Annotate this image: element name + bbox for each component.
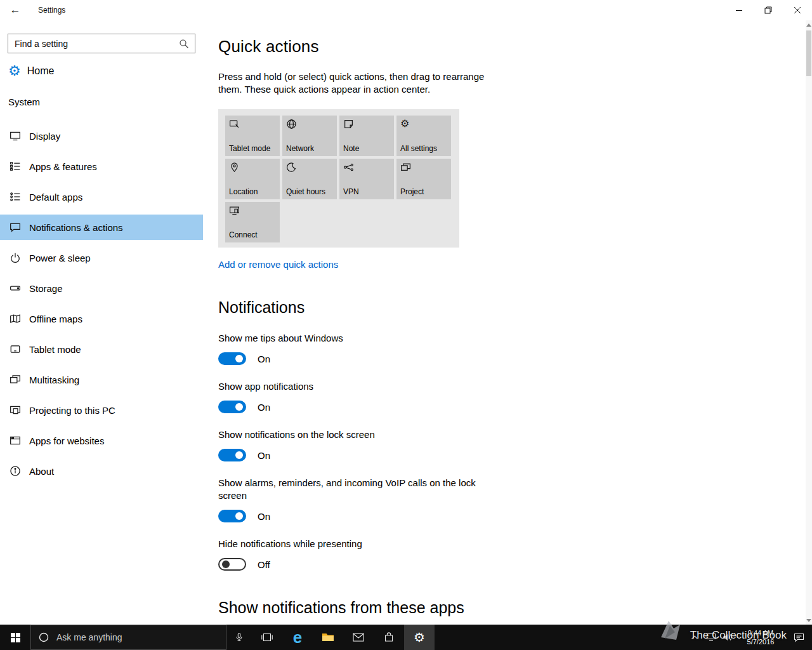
sidebar-item-tablet-mode[interactable]: Tablet mode: [0, 336, 203, 362]
sidebar-section-label: System: [0, 96, 203, 110]
cortana-search-box[interactable]: [30, 625, 226, 650]
store-icon: [384, 632, 394, 642]
scrollbar[interactable]: [806, 20, 812, 625]
home-label: Home: [27, 65, 55, 77]
sidebar-item-storage[interactable]: Storage: [0, 275, 203, 301]
home-gear-icon: ⚙: [8, 64, 21, 78]
sidebar-item-home[interactable]: ⚙ Home: [0, 58, 203, 84]
sidebar-item-apps-features[interactable]: Apps & features: [0, 154, 203, 179]
settings-taskbar-button[interactable]: ⚙: [404, 625, 435, 650]
scrollbar-up-arrow[interactable]: [806, 20, 812, 29]
toggle-app-notifications[interactable]: [218, 401, 246, 413]
default-apps-icon: [9, 190, 22, 203]
quick-action-tablet-mode[interactable]: Tablet mode: [225, 116, 280, 156]
projecting-icon: [9, 404, 22, 416]
toggle-hide-presenting-state: Off: [258, 559, 270, 570]
settings-content: Quick actions Press and hold (or select)…: [203, 20, 812, 625]
note-icon: [343, 119, 390, 130]
toggle-alarms-voip[interactable]: [218, 510, 246, 522]
back-button[interactable]: ←: [0, 0, 30, 20]
action-center-button[interactable]: [785, 625, 812, 650]
connect-icon: [229, 205, 276, 216]
setting-hide-presenting: Hide notifications while presenting Off: [218, 538, 787, 571]
sidebar-item-power-sleep[interactable]: Power & sleep: [0, 245, 203, 270]
toggle-hide-presenting[interactable]: [218, 558, 246, 571]
task-view-icon: [261, 632, 273, 642]
mail-button[interactable]: [343, 625, 374, 650]
close-icon: [794, 6, 801, 14]
toggle-lockscreen-notifications[interactable]: [218, 449, 246, 461]
sidebar-item-offline-maps[interactable]: Offline maps: [0, 306, 203, 331]
apps-notifications-heading: Show notifications from these apps: [218, 599, 787, 617]
location-pin-icon: [229, 162, 276, 173]
window-title: Settings: [38, 6, 65, 15]
action-center-icon: [794, 633, 804, 642]
search-icon[interactable]: [177, 39, 191, 49]
network-tray-icon[interactable]: [703, 625, 719, 650]
toggle-alarms-voip-state: On: [258, 511, 270, 522]
clock-time: 9:44 AM: [748, 628, 773, 637]
minimize-button[interactable]: [724, 0, 754, 20]
setting-app-notifications: Show app notifications On: [218, 380, 787, 413]
add-remove-quick-actions-link[interactable]: Add or remove quick actions: [218, 259, 338, 270]
quick-action-vpn[interactable]: VPN: [339, 159, 394, 199]
sidebar-item-multitasking[interactable]: Multitasking: [0, 367, 203, 392]
notifications-icon: [9, 221, 22, 234]
close-button[interactable]: [783, 0, 812, 20]
all-settings-gear-icon: ⚙: [400, 119, 447, 130]
system-tray: 9:44 AM 5/7/2016: [686, 625, 812, 650]
quick-action-quiet-hours[interactable]: Quiet hours: [282, 159, 337, 199]
taskbar-clock[interactable]: 9:44 AM 5/7/2016: [736, 625, 785, 650]
quick-action-connect[interactable]: Connect: [225, 202, 280, 242]
search-input[interactable]: [15, 39, 177, 49]
quick-action-location[interactable]: Location: [225, 159, 280, 199]
toggle-app-notifications-state: On: [258, 402, 270, 413]
windows-logo-icon: [11, 633, 20, 642]
multitasking-icon: [9, 373, 22, 386]
network-globe-icon: [286, 119, 333, 130]
taskbar-search-input[interactable]: [56, 632, 226, 642]
store-button[interactable]: [374, 625, 404, 650]
sidebar-items: Display Apps & features Default apps Not…: [0, 123, 203, 484]
toggle-show-tips-state: On: [258, 354, 270, 364]
quick-action-network[interactable]: Network: [282, 116, 337, 156]
tray-overflow-chevron[interactable]: [686, 625, 703, 650]
start-button[interactable]: [0, 625, 30, 650]
clock-date: 5/7/2016: [747, 637, 775, 646]
quick-action-note[interactable]: Note: [339, 116, 394, 156]
tablet-mode-icon: [9, 343, 22, 355]
back-arrow-icon: ←: [10, 4, 21, 17]
scrollbar-down-arrow[interactable]: [806, 616, 812, 625]
file-explorer-button[interactable]: [313, 625, 343, 650]
cortana-icon: [31, 632, 56, 643]
edge-button[interactable]: e: [282, 625, 313, 650]
task-view-button[interactable]: [252, 625, 282, 650]
sidebar-item-apps-websites[interactable]: Apps for websites: [0, 428, 203, 453]
settings-window: ← Settings ⚙ Home System: [0, 0, 812, 650]
toggle-lockscreen-notifications-state: On: [258, 450, 270, 461]
sidebar-item-display[interactable]: Display: [0, 123, 203, 149]
sidebar-item-about[interactable]: About: [0, 458, 203, 484]
volume-tray-icon[interactable]: [719, 625, 736, 650]
offline-maps-icon: [9, 312, 22, 325]
mail-icon: [353, 633, 364, 642]
sidebar-item-notifications-actions[interactable]: Notifications & actions: [0, 215, 203, 240]
toggle-show-tips[interactable]: [218, 352, 246, 365]
restore-button[interactable]: [754, 0, 783, 20]
scrollbar-thumb[interactable]: [806, 30, 811, 76]
find-setting-searchbox[interactable]: [8, 34, 195, 53]
microphone-button[interactable]: [226, 625, 252, 650]
quick-action-all-settings[interactable]: ⚙ All settings: [396, 116, 451, 156]
minimize-icon: [735, 6, 743, 14]
sidebar-item-default-apps[interactable]: Default apps: [0, 184, 203, 209]
tablet-mode-tile-icon: [229, 119, 276, 130]
setting-show-tips: Show me tips about Windows On: [218, 332, 787, 365]
sidebar-item-projecting[interactable]: Projecting to this PC: [0, 397, 203, 423]
quick-action-project[interactable]: Project: [396, 159, 451, 199]
setting-alarms-voip: Show alarms, reminders, and incoming VoI…: [218, 477, 787, 522]
taskbar-empty-area: [435, 625, 686, 650]
storage-icon: [9, 282, 22, 295]
power-sleep-icon: [9, 251, 22, 264]
titlebar: ← Settings: [0, 0, 812, 20]
display-icon: [9, 129, 22, 142]
